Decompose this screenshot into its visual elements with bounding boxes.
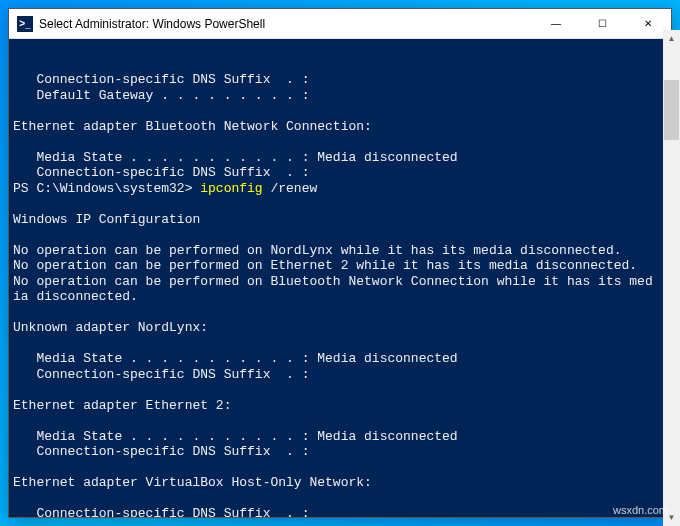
terminal-line: Connection-specific DNS Suffix . : — [13, 506, 654, 517]
terminal-line — [13, 227, 654, 243]
terminal-line — [13, 305, 654, 321]
maximize-button[interactable]: ☐ — [579, 9, 625, 38]
terminal-line: No operation can be performed on Bluetoo… — [13, 274, 654, 305]
terminal-line — [13, 134, 654, 150]
scroll-up-arrow[interactable]: ▲ — [663, 30, 680, 47]
command: ipconfig — [200, 181, 270, 196]
terminal-line: Media State . . . . . . . . . . . : Medi… — [13, 351, 654, 367]
terminal-line — [13, 196, 654, 212]
terminal-line — [13, 491, 654, 507]
terminal-line: Connection-specific DNS Suffix . : — [13, 72, 654, 88]
terminal-line — [13, 413, 654, 429]
terminal-line: Ethernet adapter Bluetooth Network Conne… — [13, 119, 654, 135]
command-arg: /renew — [270, 181, 317, 196]
scroll-thumb[interactable] — [664, 80, 679, 140]
terminal-line: Default Gateway . . . . . . . . . : — [13, 88, 654, 104]
terminal-area[interactable]: Connection-specific DNS Suffix . : Defau… — [9, 39, 671, 517]
terminal-line: No operation can be performed on NordLyn… — [13, 243, 654, 259]
terminal-output: Connection-specific DNS Suffix . : Defau… — [13, 72, 671, 517]
powershell-window: >_ Select Administrator: Windows PowerSh… — [8, 8, 672, 518]
terminal-line: PS C:\Windows\system32> ipconfig /renew — [13, 181, 654, 197]
terminal-line: Windows IP Configuration — [13, 212, 654, 228]
terminal-line: Connection-specific DNS Suffix . : — [13, 165, 654, 181]
terminal-line — [13, 336, 654, 352]
terminal-line: Connection-specific DNS Suffix . : — [13, 367, 654, 383]
terminal-line: Ethernet adapter Ethernet 2: — [13, 398, 654, 414]
terminal-line: Media State . . . . . . . . . . . : Medi… — [13, 429, 654, 445]
minimize-button[interactable]: — — [533, 9, 579, 38]
window-title: Select Administrator: Windows PowerShell — [39, 17, 533, 31]
terminal-line: Media State . . . . . . . . . . . : Medi… — [13, 150, 654, 166]
titlebar[interactable]: >_ Select Administrator: Windows PowerSh… — [9, 9, 671, 39]
scroll-down-arrow[interactable]: ▼ — [663, 509, 680, 526]
terminal-line: Ethernet adapter VirtualBox Host-Only Ne… — [13, 475, 654, 491]
window-controls: — ☐ ✕ — [533, 9, 671, 38]
terminal-line: Connection-specific DNS Suffix . : — [13, 444, 654, 460]
prompt: PS C:\Windows\system32> — [13, 181, 200, 196]
terminal-line — [13, 460, 654, 476]
terminal-line: No operation can be performed on Etherne… — [13, 258, 654, 274]
terminal-line — [13, 382, 654, 398]
vertical-scrollbar[interactable]: ▲ ▼ — [663, 30, 680, 526]
terminal-line — [13, 103, 654, 119]
terminal-line: Unknown adapter NordLynx: — [13, 320, 654, 336]
app-icon: >_ — [17, 16, 33, 32]
